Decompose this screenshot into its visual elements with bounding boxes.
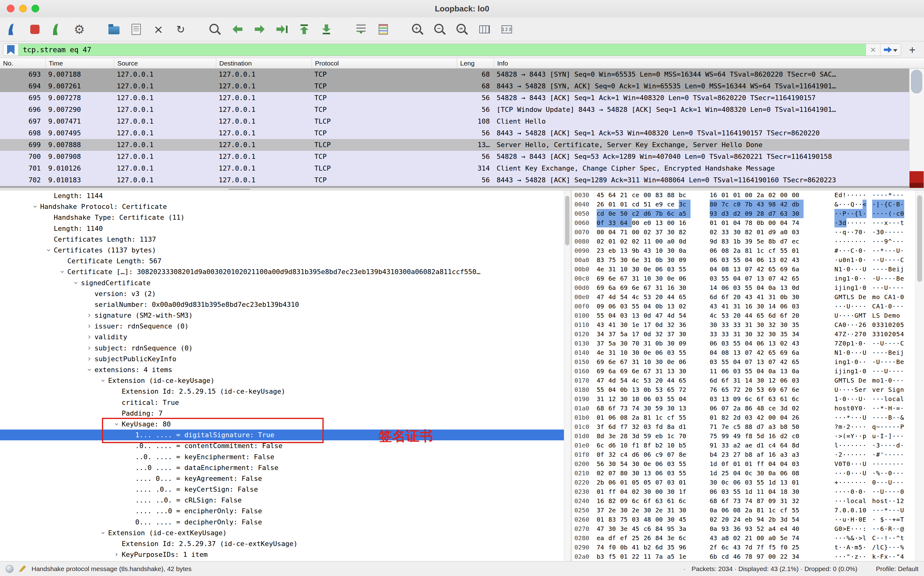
tree-row[interactable]: ›Extension (id-ce-keyUsage) (0, 375, 564, 386)
hex-row[interactable]: 007000047100023730820233308201d9a003··q·… (572, 227, 924, 237)
tree-row[interactable]: ›signature (SM2-with-SM3) (0, 310, 564, 321)
packet-row[interactable]: 6979.007471127.0.0.1127.0.0.1TLCP108Clie… (0, 115, 909, 127)
hex-row[interactable]: 00c0696e673110300e060355040713074265ing1… (572, 274, 924, 283)
tree-row[interactable]: ›extensions: 4 items (0, 364, 564, 375)
column-header-src[interactable]: Source (114, 58, 216, 68)
status-profile[interactable]: Profile: Default (876, 565, 918, 573)
hex-row[interactable]: 00b04e3110300e060355040813074265696aN1·0… (572, 264, 924, 274)
tree-row[interactable]: ›Certificate […]: 30820233308201d9a00302… (0, 266, 564, 277)
detail-scrollbar-thumb[interactable] (565, 196, 570, 245)
hex-row[interactable]: 0030456421ce008388bc160101002a020000Ed!·… (572, 190, 924, 200)
hex-row[interactable]: 0080020102021100a00d9d831b395e8bd7ec····… (572, 237, 924, 246)
hex-row[interactable]: 00d0696a696e6731163014060355040a130dijin… (572, 283, 924, 292)
packet-row[interactable]: 7029.010183127.0.0.1127.0.0.1TCP568443 →… (0, 174, 909, 186)
tree-row[interactable]: ›subject: rdnSequence (0) (0, 343, 564, 354)
tree-row[interactable]: .... ...0 = encipherOnly: False (0, 506, 564, 516)
filter-bookmark-button[interactable] (3, 44, 19, 56)
find-packet-button[interactable] (207, 21, 223, 38)
packet-row[interactable]: 7019.010126127.0.0.1127.0.0.1TLCP314Clie… (0, 163, 909, 174)
tree-row[interactable]: ..0. .... = keyEncipherment: False (0, 451, 564, 462)
hex-row[interactable]: 01f00f32c4d606c9078eb42327b8af16a3a3·2··… (572, 450, 924, 459)
colorize-button[interactable] (375, 21, 391, 38)
expander-open-icon[interactable]: › (84, 365, 94, 375)
hex-row[interactable]: 009023eb139b4310300a06082a811ccf5501#···… (572, 246, 924, 255)
tree-row[interactable]: Certificates Length: 1137 (0, 234, 564, 245)
tree-row[interactable]: Length: 1140 (0, 223, 564, 234)
scrollbar-thumb[interactable] (911, 70, 922, 93)
hex-row[interactable]: 023001ff04023000301f0603551d11041830····… (572, 487, 924, 496)
hex-row[interactable]: 01a0686f73743059301306072a8648ce3d02host… (572, 403, 924, 413)
tree-row[interactable]: ›Certificates (1137 bytes) (0, 245, 564, 256)
resize-columns-button[interactable] (477, 21, 492, 38)
hex-row[interactable]: 00f009060355040b13024341311630140603···U… (572, 302, 924, 311)
hex-row[interactable]: 0160696a696e6731133011060355040a130aijin… (572, 366, 924, 376)
tree-row[interactable]: .... .0.. = keyCertSign: False (0, 484, 564, 495)
tree-row[interactable]: critical: True (0, 397, 564, 408)
tree-row[interactable]: Certificate Length: 567 (0, 256, 564, 266)
go-forward-button[interactable] (252, 21, 267, 38)
tree-row[interactable]: version: v3 (2) (0, 288, 564, 299)
detail-scrollbar[interactable] (564, 190, 571, 561)
hex-row[interactable]: 0150696e673110300e060355040713074265ing1… (572, 357, 924, 366)
tree-row[interactable]: ...0 .... = dataEncipherment: False (0, 462, 564, 473)
capture-options-gear-button[interactable]: ⚙ (72, 21, 87, 38)
expander-open-icon[interactable]: › (70, 277, 81, 288)
zoom-reset-button[interactable]: = (455, 21, 470, 38)
packet-row[interactable]: 6959.007278127.0.0.1127.0.0.1TCP5654828 … (0, 92, 909, 104)
tree-row[interactable]: 1... .... = digitalSignature: True (0, 430, 564, 440)
packet-list-scrollbar[interactable] (909, 69, 924, 188)
capture-comment-pencil-icon[interactable] (19, 565, 27, 573)
tree-row[interactable]: ›issuer: rdnSequence (0) (0, 321, 564, 331)
auto-scroll-button[interactable] (353, 21, 369, 38)
column-header-info[interactable]: Info (494, 58, 924, 68)
hex-row[interactable]: 01104341301e170d32363033333130323035CA0·… (572, 320, 924, 330)
tree-row[interactable]: ›KeyPurposeIDs: 1 item (0, 549, 564, 560)
tree-row[interactable]: Padding: 7 (0, 408, 564, 419)
tree-row[interactable]: ›Extension (id-ce-extKeyUsage) (0, 528, 564, 538)
filter-add-button[interactable]: + (905, 44, 920, 56)
tree-row[interactable]: 0... .... = decipherOnly: False (0, 517, 564, 528)
hex-row[interactable]: 021002078030130603551d25040c300a0608···0… (572, 469, 924, 478)
expander-closed-icon[interactable]: › (84, 343, 94, 354)
tree-row[interactable]: Length: 1144 (0, 190, 564, 201)
hex-row[interactable]: 01404e3110300e060355040813074265696aN1·0… (572, 348, 924, 357)
horizontal-splitter[interactable] (0, 188, 924, 190)
hex-row[interactable]: 00e0474d544c532044656d6f204341310b30GMTL… (572, 292, 924, 302)
packet-row[interactable]: 6939.007188127.0.0.1127.0.0.1TCP6854828 … (0, 69, 909, 80)
reload-file-button[interactable]: ↻ (173, 21, 188, 38)
expander-open-icon[interactable]: › (97, 528, 108, 538)
expander-open-icon[interactable]: › (29, 202, 40, 212)
go-back-button[interactable] (230, 21, 245, 38)
save-file-button[interactable] (128, 21, 144, 38)
hex-row[interactable]: 01d08d3e283d59eb1c70759949f85d16d2c0·>(=… (572, 431, 924, 441)
tree-row[interactable]: ›subjectPublicKeyInfo (0, 354, 564, 364)
hex-row[interactable]: 02600183750348003045022024eb942b3d54··u·… (572, 515, 924, 524)
tree-row[interactable]: ›signedCertificate (0, 277, 564, 288)
expander-open-icon[interactable]: › (111, 419, 122, 430)
close-file-button[interactable]: × (151, 21, 166, 38)
tree-row[interactable]: ›validity (0, 331, 564, 342)
zoom-out-button[interactable]: − (432, 21, 448, 38)
column-header-no[interactable]: No. (0, 58, 46, 68)
packet-row[interactable]: 6989.007495127.0.0.1127.0.0.1TCP568443 →… (0, 127, 909, 139)
hex-row[interactable]: 019031123010060355040313096c6f63616c1·0·… (572, 394, 924, 403)
zoom-in-button[interactable]: + (410, 21, 426, 38)
hex-row[interactable]: 02202b06010505070301300c0603551d1301+···… (572, 478, 924, 487)
column-header-proto[interactable]: Protocol (312, 58, 457, 68)
tree-row[interactable]: Extension Id: 2.5.29.37 (id-ce-extKeyUsa… (0, 538, 564, 549)
column-header-len[interactable]: Leng (457, 58, 494, 68)
expert-info-icon[interactable] (6, 565, 14, 573)
display-filter-input[interactable]: tcp.stream eq 47 (19, 44, 866, 56)
hex-row[interactable]: 0250372e302e302e31300a06082a811ccf557.0.… (572, 506, 924, 515)
expander-open-icon[interactable]: › (43, 245, 54, 256)
hex-row[interactable]: 0280eadfef2526843e6c43a8022100a05e74···%… (572, 533, 924, 542)
hex-row[interactable]: 01c03f6df73203fd8ad1717ec588d7a3b850?m·2… (572, 422, 924, 431)
packet-row[interactable]: 6969.007290127.0.0.1127.0.0.1TCP56[TCP W… (0, 104, 909, 115)
hex-scrollbar[interactable] (915, 190, 924, 561)
hex-row[interactable]: 029074f00b41b26d35962f6c437d7ff5f025t··A… (572, 542, 924, 552)
tree-row[interactable]: ›KeyUsage: 80 (0, 419, 564, 430)
tree-row[interactable]: .0.. .... = contentCommitment: False (0, 440, 564, 451)
column-header-dst[interactable]: Destination (216, 58, 312, 68)
open-file-folder-button[interactable] (106, 21, 122, 38)
packet-row[interactable]: 6949.007261127.0.0.1127.0.0.1TCP688443 →… (0, 80, 909, 92)
